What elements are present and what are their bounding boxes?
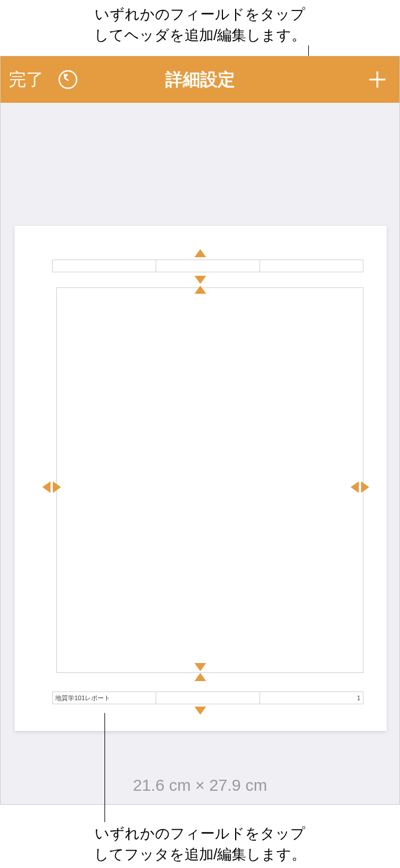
header-field-right[interactable] (260, 260, 363, 272)
done-button[interactable]: 完了 (9, 68, 44, 92)
undo-button[interactable] (57, 69, 78, 90)
header-field-center[interactable] (156, 260, 260, 272)
margin-arrow-bottom-up[interactable] (194, 673, 206, 681)
callout-footer-line1: いずれかのフィールドをタップ (0, 823, 400, 844)
margin-arrow-bottom-down2[interactable] (194, 663, 206, 671)
callout-footer-leader (104, 713, 105, 822)
add-button[interactable] (366, 68, 389, 91)
margin-arrow-right-out[interactable] (361, 481, 369, 493)
callout-footer: いずれかのフィールドをタップ してフッタを追加/編集します。 (0, 823, 400, 865)
callout-header-line2: してヘッダを追加/編集します。 (0, 24, 400, 45)
page-preview: 地質学101レポート 1 (15, 226, 387, 731)
page-size-label: 21.6 cm × 27.9 cm (1, 776, 399, 795)
margin-arrow-top-up2[interactable] (194, 286, 206, 294)
margin-arrow-page-top-up[interactable] (194, 249, 206, 257)
callout-header-line1: いずれかのフィールドをタップ (0, 3, 400, 24)
toolbar: 完了 詳細設定 (1, 56, 399, 103)
plus-icon (366, 68, 389, 91)
callout-footer-line2: してフッタを追加/編集します。 (0, 844, 400, 865)
margin-arrow-page-bottom-down[interactable] (194, 707, 206, 715)
undo-icon (57, 69, 78, 90)
footer-field-left[interactable]: 地質学101レポート (52, 691, 156, 704)
header-fields (52, 260, 363, 272)
margin-arrow-top-down[interactable] (194, 276, 206, 284)
page-body (56, 287, 363, 673)
margin-arrow-right-in[interactable] (351, 481, 359, 493)
app-window: 完了 詳細設定 (0, 56, 400, 805)
margin-arrow-left-in[interactable] (42, 481, 51, 493)
header-field-left[interactable] (52, 260, 156, 272)
margin-arrow-left-out[interactable] (53, 481, 61, 493)
footer-fields: 地質学101レポート 1 (52, 691, 363, 704)
footer-field-center[interactable] (156, 691, 260, 704)
footer-field-right[interactable]: 1 (260, 691, 363, 704)
callout-header: いずれかのフィールドをタップ してヘッダを追加/編集します。 (0, 3, 400, 46)
